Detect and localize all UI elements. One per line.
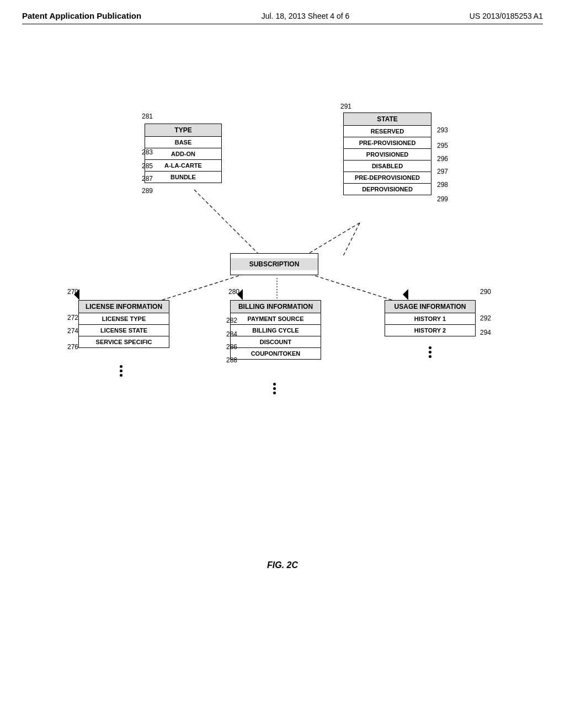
label-287: 287 (142, 175, 153, 183)
label-292: 292 (480, 314, 491, 322)
label-270: 270 (67, 288, 78, 296)
state-row-disabled: DISABLED (344, 160, 431, 172)
label-274: 274 (67, 327, 78, 335)
state-row-pre-deprov: PRE-DEPROVISIONED (344, 172, 431, 184)
type-row-base: BASE (145, 137, 221, 148)
state-box: STATE RESERVED PRE-PROVISIONED PROVISION… (343, 113, 431, 195)
label-285: 285 (142, 162, 153, 170)
billing-row-coupon: COUPON/TOKEN (231, 348, 321, 359)
usage-row-history1: HISTORY 1 (385, 313, 475, 325)
license-box: LICENSE INFORMATION LICENSE TYPE LICENSE… (78, 300, 169, 348)
license-box-header: LICENSE INFORMATION (79, 301, 169, 313)
label-295: 295 (437, 142, 448, 149)
diagram: TYPE BASE ADD-ON A-LA-CARTE BUNDLE STATE… (34, 41, 531, 537)
label-297: 297 (437, 168, 448, 175)
license-row-service: SERVICE SPECIFIC (79, 336, 169, 347)
usage-box-header: USAGE INFORMATION (385, 301, 475, 313)
type-row-bundle: BUNDLE (145, 172, 221, 183)
label-289: 289 (142, 187, 153, 195)
billing-row-cycle: BILLING CYCLE (231, 325, 321, 336)
label-286: 286 (226, 343, 237, 351)
type-box: TYPE BASE ADD-ON A-LA-CARTE BUNDLE (145, 124, 222, 183)
subscription-box-header: SUBSCRIPTION (231, 258, 318, 270)
state-row-prov: PROVISIONED (344, 149, 431, 160)
usage-dots (429, 346, 431, 358)
label-272: 272 (67, 314, 78, 322)
page-header: Patent Application Publication Jul. 18, … (22, 11, 543, 24)
diagram-svg (34, 41, 531, 537)
label-293: 293 (437, 126, 448, 134)
state-row-deprov: DEPROVISIONED (344, 184, 431, 195)
label-291: 291 (340, 103, 351, 110)
license-dots (120, 365, 122, 377)
billing-row-payment: PAYMENT SOURCE (231, 313, 321, 325)
billing-dots (273, 383, 276, 394)
svg-line-1 (305, 223, 360, 256)
label-282: 282 (226, 317, 237, 324)
label-288: 288 (226, 356, 237, 364)
svg-marker-10 (403, 289, 408, 300)
label-281: 281 (142, 113, 153, 120)
label-296: 296 (437, 155, 448, 163)
label-290: 290 (480, 288, 491, 296)
state-row-pre-prov: PRE-PROVISIONED (344, 137, 431, 149)
label-299: 299 (437, 195, 448, 203)
label-276: 276 (67, 343, 78, 351)
billing-box-header: BILLING INFORMATION (231, 301, 321, 313)
billing-row-discount: DISCOUNT (231, 336, 321, 348)
subscription-box: SUBSCRIPTION (230, 253, 318, 275)
figure-caption: FIG. 2C (34, 560, 531, 570)
label-280: 280 (228, 288, 239, 296)
type-row-alacarte: A-LA-CARTE (145, 160, 221, 172)
state-row-reserved: RESERVED (344, 126, 431, 137)
page: Patent Application Publication Jul. 18, … (0, 0, 565, 728)
header-left: Patent Application Publication (22, 11, 141, 20)
header-center: Jul. 18, 2013 Sheet 4 of 6 (262, 12, 350, 20)
label-284: 284 (226, 330, 237, 338)
license-row-state: LICENSE STATE (79, 325, 169, 336)
license-row-type: LICENSE TYPE (79, 313, 169, 325)
svg-line-0 (194, 190, 260, 256)
label-298: 298 (437, 181, 448, 189)
svg-line-2 (343, 223, 360, 256)
billing-box: BILLING INFORMATION PAYMENT SOURCE BILLI… (230, 300, 321, 360)
label-283: 283 (142, 148, 153, 156)
state-box-header: STATE (344, 113, 431, 126)
usage-row-history2: HISTORY 2 (385, 325, 475, 336)
type-box-header: TYPE (145, 124, 221, 137)
label-294: 294 (480, 329, 491, 336)
header-right: US 2013/0185253 A1 (470, 12, 543, 20)
type-row-addon: ADD-ON (145, 148, 221, 160)
usage-box: USAGE INFORMATION HISTORY 1 HISTORY 2 (385, 300, 476, 336)
